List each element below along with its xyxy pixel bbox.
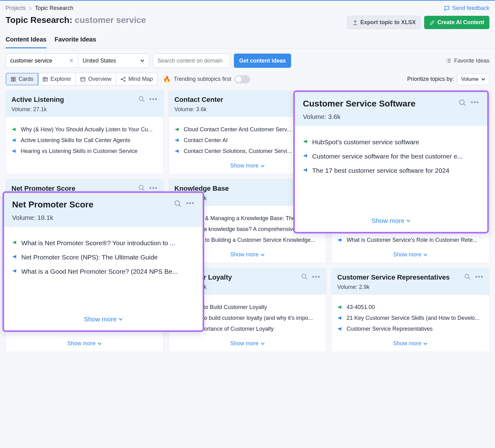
chevron-down-icon — [140, 59, 144, 63]
country-select[interactable]: United States — [78, 54, 149, 68]
search-icon[interactable] — [174, 200, 182, 208]
card-volume: Volume: 27.1k — [11, 106, 64, 113]
search-icon[interactable] — [301, 273, 308, 280]
view-overview[interactable]: Overview — [76, 73, 116, 85]
view-explorer[interactable]: Explorer — [38, 73, 76, 85]
show-more-link[interactable]: Show more — [6, 340, 163, 347]
card-title: Net Promoter Score — [12, 200, 93, 210]
cards-icon — [11, 76, 16, 82]
bullhorn-icon — [174, 126, 181, 133]
more-icon[interactable]: ••• — [149, 185, 158, 192]
topic-card: Customer Service Representatives Volume:… — [331, 268, 489, 352]
page-title: Topic Research: customer service — [6, 15, 146, 25]
prioritize-select[interactable]: Volume — [457, 73, 489, 85]
topic-card: Active Listening Volume: 27.1k ••• Why (… — [6, 90, 164, 174]
chat-icon — [444, 5, 450, 11]
chevron-down-icon — [260, 341, 265, 346]
bullhorn-icon — [11, 148, 18, 154]
search-icon[interactable] — [138, 96, 145, 102]
bullhorn-icon — [12, 239, 18, 246]
bullhorn-icon — [11, 137, 18, 143]
more-icon[interactable]: ••• — [149, 96, 158, 103]
bullhorn-icon — [337, 326, 343, 332]
show-more-link[interactable]: Show more — [332, 340, 489, 347]
search-icon[interactable] — [458, 99, 467, 107]
tab-content-ideas[interactable]: Content Ideas — [6, 36, 46, 48]
svg-rect-5 — [81, 77, 85, 81]
send-feedback-link[interactable]: Send feedback — [444, 5, 489, 11]
tabs: Content Ideas Favorite Ideas — [0, 29, 495, 49]
bullhorn-icon — [337, 304, 343, 310]
more-icon[interactable]: ••• — [312, 273, 321, 281]
show-more-link[interactable]: Show more — [295, 217, 487, 224]
idea-item[interactable]: 43-4051.00 — [337, 304, 484, 311]
create-ai-content-button[interactable]: Create AI Content — [424, 16, 489, 29]
idea-item[interactable]: What is Net Promoter Score®? Your introd… — [12, 239, 195, 247]
idea-item[interactable]: Why (& How) You Should Actually Listen t… — [11, 126, 158, 133]
card-title: Customer Service Software — [303, 99, 415, 109]
search-icon[interactable] — [464, 273, 471, 280]
svg-rect-2 — [11, 80, 13, 81]
idea-item[interactable]: What is Customer Service's Role in Custo… — [337, 237, 484, 243]
view-mindmap[interactable]: Mind Map — [116, 73, 157, 85]
chevron-down-icon — [423, 341, 428, 346]
idea-item[interactable]: What is a Good Net Promoter Score? (2024… — [12, 268, 195, 275]
svg-point-19 — [465, 274, 469, 278]
idea-item[interactable]: HubSpot's customer service software — [303, 138, 479, 146]
idea-item[interactable]: Customer Service Representatives — [337, 326, 484, 332]
svg-point-8 — [124, 80, 125, 81]
list-icon — [446, 58, 452, 64]
bullhorn-icon — [337, 237, 343, 243]
table-icon — [42, 76, 48, 82]
idea-item[interactable]: Active Listening Skills for Call Center … — [11, 137, 158, 144]
svg-point-18 — [302, 274, 306, 278]
card-title: Contact Center — [174, 96, 223, 104]
more-icon[interactable]: ••• — [186, 200, 195, 208]
bullhorn-icon — [174, 148, 181, 154]
svg-point-6 — [121, 79, 122, 80]
clear-icon[interactable]: ✕ — [69, 57, 74, 64]
svg-rect-0 — [11, 77, 13, 79]
query-chip[interactable]: ✕ — [6, 54, 78, 68]
search-input[interactable] — [10, 58, 60, 64]
domain-search-input[interactable] — [153, 54, 230, 68]
show-more-link[interactable]: Show more — [4, 315, 203, 323]
chevron-down-icon — [260, 164, 265, 168]
card-volume: Volume: 18.1k — [12, 214, 93, 221]
svg-point-11 — [139, 97, 143, 101]
svg-rect-1 — [14, 77, 15, 79]
svg-point-10 — [459, 100, 464, 104]
get-content-ideas-button[interactable]: Get content ideas — [234, 54, 291, 68]
upload-icon — [352, 20, 358, 25]
chevron-down-icon — [260, 253, 265, 257]
flame-icon: 🔥 — [163, 76, 171, 83]
chevron-down-icon — [406, 219, 411, 223]
idea-item[interactable]: 21 Key Customer Service Skills (and How … — [337, 315, 484, 321]
bullhorn-icon — [12, 268, 18, 274]
tab-favorite-ideas[interactable]: Favorite Ideas — [54, 36, 96, 48]
export-button[interactable]: Export topic to XLSX — [347, 16, 421, 29]
more-icon[interactable]: ••• — [471, 99, 479, 107]
svg-point-14 — [139, 185, 143, 189]
idea-item[interactable]: The 17 best customer service software fo… — [303, 167, 479, 174]
domain-input[interactable] — [157, 58, 226, 64]
breadcrumb-current: Topic Research — [35, 5, 73, 11]
favorite-ideas-link[interactable]: Favorite Ideas — [446, 58, 489, 64]
bullhorn-icon — [303, 153, 309, 159]
idea-item[interactable]: Hearing vs Listening Skills in Customer … — [11, 148, 158, 154]
view-cards[interactable]: Cards — [6, 73, 38, 85]
show-more-link[interactable]: Show more — [332, 251, 489, 258]
card-volume: Volume: 3.6k — [303, 113, 415, 120]
chevron-down-icon — [481, 77, 485, 81]
search-icon[interactable] — [138, 185, 145, 191]
breadcrumb-root[interactable]: Projects — [6, 5, 26, 11]
trending-toggle[interactable] — [235, 75, 250, 83]
bullhorn-icon — [303, 167, 309, 173]
view-mode-segment: Cards Explorer Overview Mind Map — [6, 73, 157, 85]
bullhorn-icon — [303, 138, 309, 145]
svg-point-7 — [124, 77, 125, 78]
idea-item[interactable]: Customer service software for the best c… — [303, 153, 479, 160]
idea-item[interactable]: Net Promoter Score (NPS): The Ultimate G… — [12, 254, 195, 261]
show-more-link[interactable]: Show more — [169, 340, 326, 347]
more-icon[interactable]: ••• — [475, 273, 484, 281]
